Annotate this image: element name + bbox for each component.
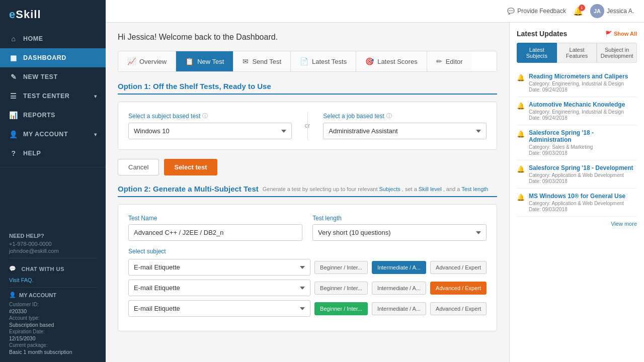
update-category-3: Category: Sales & Marketing bbox=[529, 144, 637, 150]
skill-btn-advanced-1[interactable]: Advanced / Expert bbox=[430, 261, 487, 274]
expiration-label: Expiration Date: bbox=[9, 329, 97, 334]
sidebar-item-new-test[interactable]: ✎ New Test bbox=[0, 67, 106, 86]
subject-dropdown-3[interactable]: E-mail Etiquette bbox=[128, 300, 310, 317]
skill-btn-intermediate-3[interactable]: Intermediate / A... bbox=[372, 302, 426, 315]
test-length-select[interactable]: Very short (10 questions) Short (20 ques… bbox=[312, 224, 487, 241]
sidebar-item-my-account[interactable]: 👤 My Account ▾ bbox=[0, 125, 106, 144]
logo-rest: Skill bbox=[16, 8, 41, 21]
info-icon[interactable]: ⓘ bbox=[202, 112, 208, 120]
select-subject-label: Select subject bbox=[128, 248, 487, 255]
skill-btn-intermediate-2[interactable]: Intermediate / A... bbox=[372, 282, 426, 295]
subjects-link[interactable]: Subjects bbox=[379, 186, 400, 192]
notifications[interactable]: 🔔 1 bbox=[573, 7, 583, 16]
update-item-5: 🔔 MS Windows 10® for General Use Categor… bbox=[517, 189, 637, 217]
visit-faq[interactable]: Visit FAQ. bbox=[9, 277, 97, 283]
sidebar-item-test-center[interactable]: ☰ Test Center ▾ bbox=[0, 86, 106, 106]
sidebar-item-reports[interactable]: 📊 Reports bbox=[0, 106, 106, 125]
dashboard-icon: ▦ bbox=[9, 54, 18, 62]
update-title-4[interactable]: Salesforce Spring '18 - Development bbox=[529, 164, 637, 171]
sidebar-item-label: New Test bbox=[23, 73, 58, 80]
cancel-button[interactable]: Cancel bbox=[118, 159, 159, 175]
test-length-label: Test length bbox=[312, 215, 487, 222]
tab-latest-scores[interactable]: 🎯 Latest Scores bbox=[356, 51, 427, 71]
show-all-button[interactable]: 🚩 Show All bbox=[605, 31, 637, 37]
home-icon: ⌂ bbox=[9, 35, 18, 43]
update-date-3: Date: 09/03/2018 bbox=[529, 150, 637, 156]
subject-select-3: E-mail Etiquette bbox=[128, 300, 310, 317]
update-title-5[interactable]: MS Windows 10® for General Use bbox=[529, 193, 637, 200]
update-content-2: Automotive Mechanic Knowledge Category: … bbox=[529, 101, 637, 121]
panel-tab-subjects[interactable]: Latest Subjects bbox=[517, 43, 557, 63]
flag-icon: 🚩 bbox=[605, 31, 612, 37]
update-date-1: Date: 09/24/2018 bbox=[529, 87, 637, 93]
tabs: 📈 Overview 📋 New Test ✉ Send Test 📄 Late… bbox=[118, 51, 497, 72]
update-category-4: Category: Application & Web Development bbox=[529, 172, 637, 178]
update-content-5: MS Windows 10® for General Use Category:… bbox=[529, 193, 637, 212]
skill-link[interactable]: Skill level bbox=[419, 186, 442, 192]
select-test-button[interactable]: Select test bbox=[164, 159, 217, 175]
user-profile[interactable]: JA Jessica A. bbox=[590, 4, 634, 18]
or-divider: or bbox=[300, 122, 315, 129]
send-test-icon: ✉ bbox=[243, 57, 249, 65]
sidebar-item-dashboard[interactable]: ▦ Dashboard bbox=[0, 48, 106, 67]
provide-feedback[interactable]: 💬 Provide Feedback bbox=[507, 8, 566, 15]
chevron-down-icon: ▾ bbox=[94, 132, 97, 137]
chat-with-us[interactable]: 💬 CHAT WITH US bbox=[9, 262, 97, 275]
panel-tabs: Latest Subjects Latest Features Subject … bbox=[517, 43, 637, 63]
feedback-icon: 💬 bbox=[507, 8, 515, 15]
update-title-3[interactable]: Salesforce Spring '18 - Administration bbox=[529, 129, 637, 143]
new-test-tab-icon: 📋 bbox=[185, 57, 194, 65]
tab-overview[interactable]: 📈 Overview bbox=[118, 51, 176, 71]
tab-new-test[interactable]: 📋 New Test bbox=[176, 51, 233, 71]
update-item-1: 🔔 Reading Micrometers and Calipers Categ… bbox=[517, 69, 637, 97]
new-test-icon: ✎ bbox=[9, 73, 18, 81]
view-more[interactable]: View more bbox=[517, 217, 637, 227]
skill-btn-beginner-2[interactable]: Beginner / Inter... bbox=[314, 282, 368, 295]
panel-tab-development[interactable]: Subject in Development bbox=[597, 43, 637, 63]
test-length-group: Test length Very short (10 questions) Sh… bbox=[312, 215, 487, 241]
panel-title: Latest Updates 🚩 Show All bbox=[517, 30, 637, 38]
user-name: Jessica A. bbox=[607, 8, 634, 15]
length-link[interactable]: Test length bbox=[461, 186, 488, 192]
tab-label: Latest Scores bbox=[377, 58, 418, 65]
sidebar-item-home[interactable]: ⌂ Home bbox=[0, 29, 106, 48]
info-icon-job[interactable]: ⓘ bbox=[386, 112, 392, 120]
skill-btn-intermediate-1[interactable]: Intermediate / A... bbox=[372, 261, 426, 274]
test-center-icon: ☰ bbox=[9, 92, 18, 100]
topbar: 💬 Provide Feedback 🔔 1 JA Jessica A. bbox=[106, 0, 644, 23]
welcome-text: Hi Jessica! Welcome back to the Dashboar… bbox=[118, 33, 497, 42]
subject-dropdown-2[interactable]: E-mail Etiquette bbox=[128, 280, 310, 296]
subject-select-1: E-mail Etiquette bbox=[128, 259, 310, 276]
tab-label: Latest Tests bbox=[312, 58, 347, 65]
bell-icon-4: 🔔 bbox=[517, 165, 525, 173]
update-category-1: Category: Engineering, Industrial & Desi… bbox=[529, 81, 637, 86]
skill-btn-advanced-2[interactable]: Advanced / Expert bbox=[430, 282, 487, 295]
test-name-input[interactable] bbox=[128, 224, 302, 241]
subject-group: Select a subject based test ⓘ Windows 10… bbox=[128, 112, 292, 139]
bell-icon-3: 🔔 bbox=[517, 130, 525, 138]
skill-btn-beginner-3[interactable]: Beginner / Inter... bbox=[314, 302, 368, 315]
option1-title: Option 1: Off the Shelf Tests, Ready to … bbox=[118, 82, 497, 95]
job-label: Select a job based test ⓘ bbox=[323, 112, 487, 120]
update-title-1[interactable]: Reading Micrometers and Calipers bbox=[529, 73, 637, 80]
sidebar-item-help[interactable]: ? Help bbox=[0, 144, 106, 163]
update-item-2: 🔔 Automotive Mechanic Knowledge Category… bbox=[517, 97, 637, 125]
panel-tab-features[interactable]: Latest Features bbox=[557, 43, 597, 63]
tab-editor[interactable]: ✏ Editor bbox=[427, 51, 472, 71]
sidebar-bottom: NEED HELP? +1-978-000-0000 johndoe@eskil… bbox=[0, 227, 106, 362]
subject-select[interactable]: Windows 10 Microsoft Word Excel bbox=[128, 123, 292, 139]
skill-btn-advanced-3[interactable]: Advanced / Expert bbox=[430, 302, 487, 315]
notification-count: 1 bbox=[579, 5, 585, 11]
option2-title: Option 2: Generate a Multi-Subject Test … bbox=[118, 185, 497, 197]
job-select[interactable]: Administrative Assistant Accountant Data… bbox=[323, 123, 487, 139]
bell-icon-5: 🔔 bbox=[517, 194, 525, 201]
update-date-2: Date: 09/24/2018 bbox=[529, 115, 637, 121]
main: 💬 Provide Feedback 🔔 1 JA Jessica A. Hi … bbox=[106, 0, 644, 362]
subject-dropdown-1[interactable]: E-mail Etiquette bbox=[128, 259, 310, 276]
test-name-label: Test Name bbox=[128, 215, 302, 222]
update-title-2[interactable]: Automotive Mechanic Knowledge bbox=[529, 101, 637, 108]
my-account-section: 👤 MY ACCOUNT bbox=[9, 292, 97, 298]
tab-latest-tests[interactable]: 📄 Latest Tests bbox=[291, 51, 356, 71]
skill-btn-beginner-1[interactable]: Beginner / Inter... bbox=[314, 261, 368, 274]
tab-send-test[interactable]: ✉ Send Test bbox=[233, 51, 291, 71]
